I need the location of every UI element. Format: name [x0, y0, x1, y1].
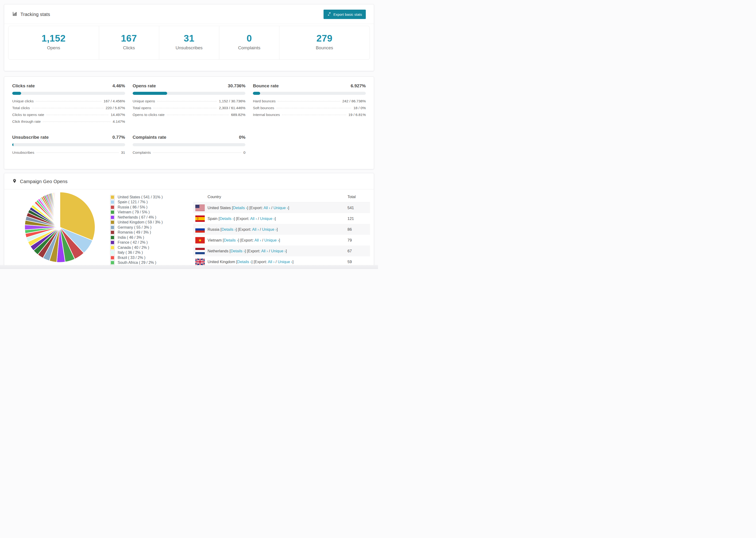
geo-table-header: Country Total [193, 191, 370, 202]
rates-card: Clicks rate 4.46% Unique clicks167 / 4.4… [4, 77, 374, 169]
legend-item: Germany ( 55 / 3% ) [110, 225, 181, 230]
clicks-rate-block: Clicks rate 4.46% Unique clicks167 / 4.4… [12, 83, 125, 126]
rate-detail-row: Total opens2,303 / 61.446% [133, 106, 245, 113]
dotted-leader [282, 115, 346, 115]
legend-swatch-icon [110, 260, 115, 265]
geo-opens-card: Campaign Geo Opens United States ( 541 /… [4, 173, 374, 269]
export-all-link[interactable]: All › [261, 249, 268, 253]
complaints-rate-title: Complaints rate [133, 135, 166, 140]
column-total: Total [348, 194, 370, 199]
country-cell: Spain [Details ›] [Export: All › / Uniqu… [207, 216, 276, 221]
geo-table-row: Netherlands [Details ›] [Export: All › /… [193, 245, 370, 256]
export-unique-link[interactable]: Unique › [262, 227, 277, 232]
details-link[interactable]: Details › [224, 238, 238, 242]
stat-bounces-value: 279 [279, 33, 369, 44]
country-cell: Vietnam [Details ›] [Export: All › / Uni… [207, 238, 280, 242]
details-link[interactable]: Details › [220, 216, 234, 221]
stat-unsubscribes: 31 Unsubscribes [159, 26, 219, 59]
dotted-leader [36, 101, 101, 101]
geo-table-row: United States [Details ›] [Export: All ›… [193, 202, 370, 213]
legend-item: Spain ( 121 / 7% ) [110, 200, 181, 205]
rate-detail-row: Opens to clicks rate689.82% [133, 113, 245, 120]
bounce-rate-value: 6.927% [351, 83, 366, 88]
legend-item: Italy ( 36 / 2% ) [110, 250, 181, 255]
map-pin-icon [12, 178, 17, 185]
export-unique-link[interactable]: Unique › [260, 216, 275, 221]
dotted-leader [32, 108, 104, 108]
bounce-rate-bar [253, 92, 366, 95]
ru-flag-icon [195, 226, 205, 233]
export-unique-link[interactable]: Unique › [271, 249, 286, 253]
legend-item: South Africa ( 29 / 2% ) [110, 260, 181, 265]
complaints-rate-value: 0% [239, 135, 245, 140]
dashboard-page: Tracking stats Export basic stats 1,152 … [0, 0, 378, 269]
legend-swatch-icon [110, 225, 115, 230]
clicks-rate-title: Clicks rate [12, 83, 35, 88]
geo-table-row: Vietnam [Details ›] [Export: All › / Uni… [193, 235, 370, 245]
pie-slice-other[interactable] [60, 192, 60, 227]
legend-item: Canada ( 40 / 2% ) [110, 245, 181, 250]
geo-table-row: Russia [Details ›] [Export: All › / Uniq… [193, 224, 370, 235]
export-all-link[interactable]: All › [254, 238, 261, 242]
us-flag-icon [195, 205, 205, 211]
rate-detail-row: Hard bounces242 / 86.738% [253, 99, 366, 106]
opens-rate-title: Opens rate [133, 83, 156, 88]
total-cell: 86 [348, 227, 370, 232]
stat-bounces: 279 Bounces [279, 26, 369, 59]
details-link[interactable]: Details › [233, 206, 247, 210]
country-cell: United States [Details ›] [Export: All ›… [207, 206, 289, 210]
legend-item: United Kingdom ( 59 / 3% ) [110, 220, 181, 225]
stat-unsubscribes-label: Unsubscribes [159, 45, 219, 50]
legend-item: Russia ( 86 / 5% ) [110, 205, 181, 210]
rate-detail-row: Unique opens1,152 / 30.736% [133, 99, 245, 106]
rate-detail-row: Clicks to opens rate14.497% [12, 113, 125, 120]
legend-item: United States ( 541 / 31% ) [110, 194, 181, 200]
nl-flag-icon [195, 248, 205, 254]
export-all-link[interactable]: All › [268, 260, 274, 264]
details-link[interactable]: Details › [222, 227, 236, 232]
geo-title: Campaign Geo Opens [20, 179, 68, 184]
stat-complaints-value: 0 [219, 33, 279, 44]
total-cell: 67 [348, 249, 370, 253]
country-cell: United Kingdom [Details ›] [Export: All … [207, 260, 294, 264]
legend-item: Vietnam ( 79 / 5% ) [110, 210, 181, 215]
opens-rate-block: Opens rate 30.736% Unique opens1,152 / 3… [133, 83, 245, 126]
gb-flag-icon [195, 259, 205, 265]
export-icon [327, 12, 331, 17]
details-link[interactable]: Details › [231, 249, 245, 253]
export-unique-link[interactable]: Unique › [278, 260, 292, 264]
unsubscribe-rate-title: Unsubscribe rate [12, 135, 49, 140]
legend-swatch-icon [110, 195, 115, 199]
total-cell: 121 [348, 216, 370, 221]
dotted-leader [276, 108, 351, 108]
bar-chart-icon [12, 11, 17, 17]
rate-detail-row: Internal bounces19 / 6.81% [253, 113, 366, 120]
summary-stats-box: 1,152 Opens 167 Clicks 31 Unsubscribes 0… [8, 26, 370, 60]
export-unique-link[interactable]: Unique › [264, 238, 279, 242]
export-all-link[interactable]: All › [250, 216, 257, 221]
export-basic-stats-button[interactable]: Export basic stats [324, 10, 366, 19]
legend-swatch-icon [110, 230, 115, 235]
dotted-leader [167, 115, 229, 115]
stat-opens-label: Opens [9, 45, 99, 50]
legend-item: France ( 42 / 2% ) [110, 240, 181, 245]
export-all-link[interactable]: All › [252, 227, 259, 232]
export-all-link[interactable]: All › [263, 206, 270, 210]
unsubscribe-rate-bar [12, 143, 125, 146]
unsubscribe-rate-value: 0.77% [112, 135, 125, 140]
export-unique-link[interactable]: Unique › [274, 206, 288, 210]
dotted-leader [153, 108, 217, 108]
column-country: Country [193, 194, 348, 199]
stat-clicks: 167 Clicks [99, 26, 159, 59]
dotted-leader [157, 101, 217, 101]
stat-clicks-label: Clicks [99, 45, 159, 50]
geo-table-row: Spain [Details ›] [Export: All › / Uniqu… [193, 213, 370, 224]
rate-detail-row: Click through rate4.147% [12, 120, 125, 126]
complaints-rate-bar [133, 143, 245, 146]
legend-swatch-icon [110, 235, 115, 240]
stat-clicks-value: 167 [99, 33, 159, 44]
details-link[interactable]: Details › [237, 260, 252, 264]
legend-item: Romania ( 49 / 3% ) [110, 230, 181, 235]
total-cell: 541 [348, 206, 370, 210]
legend-swatch-icon [110, 240, 115, 245]
